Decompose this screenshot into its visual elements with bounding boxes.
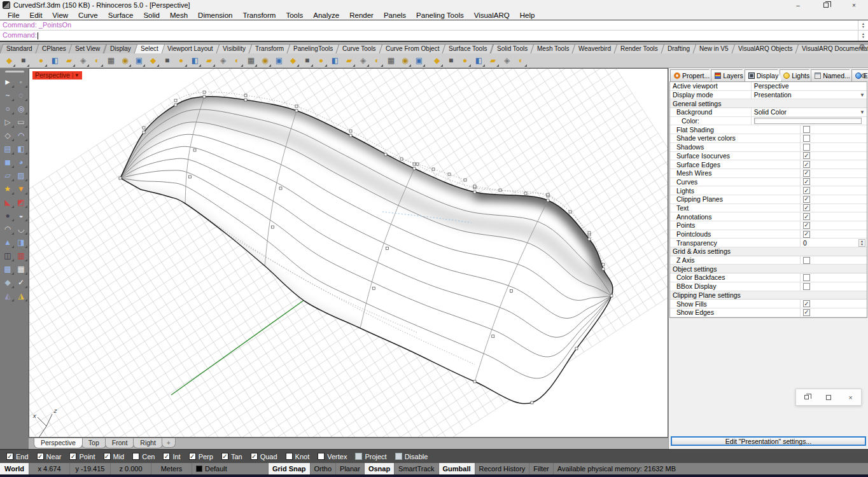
toolbar-icon[interactable]: ◉: [258, 54, 272, 67]
close-button[interactable]: ×: [840, 0, 868, 10]
osnap-near[interactable]: ✓Near: [37, 453, 62, 460]
select-display-mode[interactable]: Presentation▼: [751, 91, 867, 99]
menu-tools[interactable]: Tools: [281, 11, 308, 19]
osnap-vertex[interactable]: Vertex: [318, 453, 347, 460]
osnap-int[interactable]: ✓Int: [163, 453, 180, 460]
osnap-cen[interactable]: Cen: [132, 453, 155, 460]
osnap-mid[interactable]: ✓Mid: [104, 453, 125, 460]
panel-tab-lights[interactable]: Lights: [780, 69, 813, 81]
toolbar-icon[interactable]: ●: [314, 54, 328, 67]
sidebar-tool-icon[interactable]: ○: [1, 102, 15, 115]
status-toggle-record-history[interactable]: Record History: [475, 463, 530, 474]
toolbar-tab-transform[interactable]: Transform: [248, 44, 290, 53]
panel-tab-propert[interactable]: Propert...: [670, 69, 713, 81]
toolbar-icon[interactable]: ■: [160, 54, 174, 67]
spinner-arrows-icon[interactable]: ▲▼: [858, 239, 865, 247]
sidebar-tool-icon[interactable]: ▼: [15, 182, 28, 195]
checkbox-bbox-display[interactable]: [803, 283, 810, 290]
panel-tab-layers[interactable]: Layers: [711, 69, 747, 81]
toolbar-icon[interactable]: ■: [17, 54, 30, 67]
menu-file[interactable]: File: [3, 11, 25, 19]
osnap-checkbox-perp[interactable]: ✓: [189, 453, 196, 460]
sidebar-tool-icon[interactable]: ▥: [15, 249, 28, 262]
toolbar-icon[interactable]: ▰: [486, 54, 500, 67]
viewport-title-badge[interactable]: Perspective▼: [32, 71, 82, 80]
osnap-checkbox-quad[interactable]: ✓: [251, 453, 258, 460]
sidebar-tool-icon[interactable]: ▲: [1, 235, 15, 249]
viewport-tab-top[interactable]: Top: [81, 438, 106, 448]
command-history-scrollbar[interactable]: ▲▼: [858, 20, 868, 30]
toolbar-icon[interactable]: ◈: [500, 54, 514, 67]
sidebar-tool-icon[interactable]: ▭: [15, 115, 28, 128]
checkbox-surface-isocurves[interactable]: ✓: [803, 152, 810, 159]
sidebar-tool-icon[interactable]: ◠: [1, 222, 15, 235]
toolbar-icon[interactable]: ◐: [514, 54, 528, 67]
command-history[interactable]: Command: _PointsOn: [0, 20, 858, 30]
viewport-add-tab[interactable]: +: [162, 438, 176, 448]
status-toggle-planar[interactable]: Planar: [336, 463, 365, 474]
3d-scene[interactable]: xzy: [29, 69, 668, 437]
checkbox-mesh-wires[interactable]: ✓: [803, 170, 810, 177]
sidebar-tool-icon[interactable]: ◇: [1, 128, 15, 142]
osnap-checkbox-point[interactable]: ✓: [69, 453, 76, 460]
checkbox-curves[interactable]: ✓: [803, 178, 810, 185]
toolbar-tab-select[interactable]: Select: [134, 44, 165, 53]
toolbar-tab-new-in-v5[interactable]: New in V5: [693, 44, 735, 53]
toolbar-icon[interactable]: ■: [300, 54, 314, 67]
status-toggle-ortho[interactable]: Ortho: [311, 463, 337, 474]
osnap-checkbox-knot[interactable]: [286, 453, 293, 460]
checkbox-pointclouds[interactable]: ✓: [803, 231, 810, 238]
toolbar-grip[interactable]: [5, 71, 24, 73]
toolbar-tab-surface-tools[interactable]: Surface Tools: [442, 44, 494, 53]
toolbar-tab-panelingtools[interactable]: PanelingTools: [287, 44, 340, 53]
sidebar-tool-icon[interactable]: ◡: [15, 222, 28, 235]
sidebar-tool-icon[interactable]: ◼: [1, 155, 15, 169]
sidebar-tool-icon[interactable]: ▷: [1, 115, 15, 128]
command-spinner[interactable]: ▲▼: [858, 31, 868, 41]
osnap-quad[interactable]: ✓Quad: [251, 453, 277, 460]
checkbox-clipping-planes[interactable]: ✓: [803, 196, 810, 203]
menu-render[interactable]: Render: [344, 11, 379, 19]
checkbox-show-fills[interactable]: ✓: [803, 300, 810, 307]
toolbar-tab-viewport-layout[interactable]: Viewport Layout: [161, 44, 220, 53]
float-close-icon[interactable]: ×: [848, 394, 852, 401]
toolbar-icon[interactable]: ▰: [342, 54, 356, 67]
sidebar-tool-icon[interactable]: ◠: [15, 128, 28, 142]
toolbar-tab-drafting[interactable]: Drafting: [661, 44, 697, 53]
spinner-transparency[interactable]: 0▲▼: [800, 238, 867, 247]
osnap-checkbox-int[interactable]: ✓: [163, 453, 170, 460]
toolbar-icon[interactable]: ◧: [472, 54, 486, 67]
toolbar-tab-visualarq-documentation[interactable]: VisualARQ Documentation: [795, 44, 868, 53]
menu-panels[interactable]: Panels: [379, 11, 411, 19]
osnap-checkbox-mid[interactable]: ✓: [104, 453, 111, 460]
toolbar-icon[interactable]: ◈: [216, 54, 230, 67]
sidebar-tool-icon[interactable]: ◩: [15, 195, 28, 209]
toolbar-tab-visibility[interactable]: Visibility: [216, 44, 252, 53]
menu-curve[interactable]: Curve: [73, 11, 103, 19]
toolbar-tab-curve-tools[interactable]: Curve Tools: [336, 44, 382, 53]
panel-tab-named[interactable]: Named...: [811, 69, 854, 81]
osnap-checkbox-tan[interactable]: ✓: [221, 453, 228, 460]
toolbar-icon[interactable]: ▰: [62, 54, 76, 67]
checkbox-text[interactable]: ✓: [803, 204, 810, 211]
toolbar-tab-set-view[interactable]: Set View: [69, 44, 107, 53]
select-background[interactable]: Solid Color▼: [751, 108, 867, 116]
status-layer[interactable]: Default: [192, 463, 269, 474]
checkbox-shade-vertex-colors[interactable]: [803, 135, 810, 142]
toolbar-tab-weaverbird[interactable]: Weaverbird: [572, 44, 618, 53]
osnap-checkbox-cen[interactable]: [132, 453, 139, 460]
restore-button[interactable]: [812, 0, 840, 10]
toolbar-icon[interactable]: ◧: [48, 54, 62, 67]
toolbar-icon[interactable]: ▣: [132, 54, 146, 67]
checkbox-color-backfaces[interactable]: [803, 274, 810, 281]
sidebar-tool-icon[interactable]: ◣: [1, 195, 15, 209]
osnap-project[interactable]: Project: [355, 453, 386, 460]
menu-surface[interactable]: Surface: [103, 11, 139, 19]
toolbar-icon[interactable]: ●: [34, 54, 48, 67]
panel-tab-display[interactable]: Display: [745, 69, 782, 81]
perspective-viewport[interactable]: Perspective▼ xzy: [29, 68, 668, 438]
toolbar-icon[interactable]: ◐: [90, 54, 104, 67]
status-toggle-osnap[interactable]: Osnap: [365, 463, 395, 474]
status-cplane[interactable]: World: [0, 463, 29, 474]
viewport-tab-perspective[interactable]: Perspective: [34, 438, 83, 448]
